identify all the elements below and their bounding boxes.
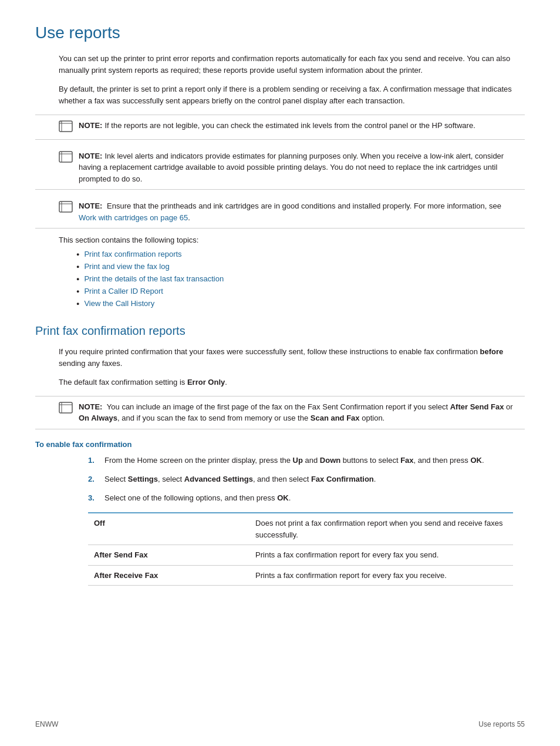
step-2: 2. Select Settings, select Advanced Sett… — [88, 473, 525, 485]
footer-left: ENWW — [35, 720, 58, 728]
table-row: After Receive FaxPrints a fax confirmati… — [88, 565, 513, 586]
topic-link-5[interactable]: View the Call History — [84, 299, 154, 308]
note-icon-fax — [59, 402, 75, 416]
list-item: Print the details of the last fax transa… — [76, 274, 525, 283]
step-num-1: 1. — [88, 455, 102, 466]
intro-para1: You can set up the printer to print erro… — [35, 53, 525, 76]
note-block-1: ✎ NOTE:If the reports are not legible, y… — [35, 115, 525, 140]
list-item: Print fax confirmation reports — [76, 250, 525, 258]
page-footer: ENWW Use reports 55 — [35, 720, 525, 728]
topic-link-2[interactable]: Print and view the fax log — [84, 262, 169, 271]
intro-para2: By default, the printer is set to print … — [35, 83, 525, 107]
topic-link-1[interactable]: Print fax confirmation reports — [84, 250, 181, 258]
note-label-3: NOTE: — [79, 201, 102, 210]
step-text-3: Select one of the following options, and… — [104, 492, 525, 504]
section-fax-para1: If you require printed confirmation that… — [35, 346, 525, 369]
page-title: Use reports — [35, 23, 525, 42]
list-item: View the Call History — [76, 299, 525, 308]
footer-right: Use reports 55 — [478, 720, 525, 728]
note-icon-2 — [59, 151, 75, 165]
options-table: OffDoes not print a fax confirmation rep… — [88, 512, 513, 586]
note-label-2: NOTE: — [79, 152, 102, 160]
step-num-2: 2. — [88, 473, 102, 485]
section-fax-para2: The default fax confirmation setting is … — [35, 377, 525, 388]
steps-list: 1. From the Home screen on the printer d… — [35, 455, 525, 504]
note-label-1: NOTE: — [79, 121, 102, 130]
note-label-fax: NOTE: — [79, 402, 102, 411]
svg-rect-7 — [59, 201, 72, 212]
note-icon-3 — [59, 201, 75, 215]
option-name: After Receive Fax — [88, 565, 249, 586]
note-block-3: NOTE: Ensure that the printheads and ink… — [35, 196, 525, 228]
svg-text:✎: ✎ — [60, 121, 62, 123]
topics-intro: This section contains the following topi… — [35, 234, 525, 246]
option-name: Off — [88, 513, 249, 545]
step-text-2: Select Settings, select Advanced Setting… — [104, 473, 525, 485]
list-item: Print and view the fax log — [76, 262, 525, 271]
option-name: After Send Fax — [88, 545, 249, 566]
section-fax-title: Print fax confirmation reports — [35, 324, 525, 338]
topic-link-3[interactable]: Print the details of the last fax transa… — [84, 274, 224, 283]
note-block-2: NOTE:Ink level alerts and indicators pro… — [35, 146, 525, 190]
topic-link-4[interactable]: Print a Caller ID Report — [84, 287, 163, 295]
subsection-enable-title: To enable fax confirmation — [35, 440, 525, 449]
option-description: Prints a fax confirmation report for eve… — [249, 545, 513, 566]
list-item: Print a Caller ID Report — [76, 287, 525, 295]
table-row: OffDoes not print a fax confirmation rep… — [88, 513, 513, 545]
note-text-fax: NOTE: You can include an image of the fi… — [79, 401, 513, 424]
step-1: 1. From the Home screen on the printer d… — [88, 455, 525, 466]
svg-rect-10 — [59, 402, 72, 413]
note-text-2: NOTE:Ink level alerts and indicators pro… — [79, 150, 513, 185]
option-description: Prints a fax confirmation report for eve… — [249, 565, 513, 586]
svg-rect-4 — [59, 152, 72, 162]
step-num-3: 3. — [88, 492, 102, 504]
table-row: After Send FaxPrints a fax confirmation … — [88, 545, 513, 566]
step-3: 3. Select one of the following options, … — [88, 492, 525, 504]
note-text-1: NOTE:If the reports are not legible, you… — [79, 120, 513, 132]
cartridges-link[interactable]: Work with cartridges on page 65 — [79, 213, 188, 222]
topics-list: Print fax confirmation reports Print and… — [35, 250, 525, 308]
note-icon-1: ✎ — [59, 120, 75, 135]
options-table-container: OffDoes not print a fax confirmation rep… — [88, 512, 513, 586]
step-text-1: From the Home screen on the printer disp… — [104, 455, 525, 466]
note-text-3: NOTE: Ensure that the printheads and ink… — [79, 200, 513, 223]
note-block-fax: NOTE: You can include an image of the fi… — [35, 396, 525, 429]
option-description: Does not print a fax confirmation report… — [249, 513, 513, 545]
